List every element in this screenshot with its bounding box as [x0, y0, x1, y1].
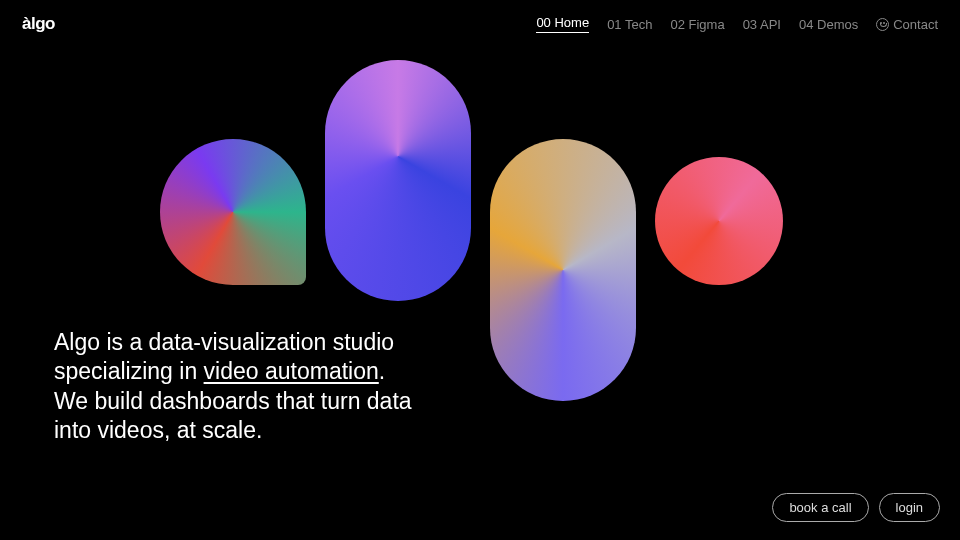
nav-figma[interactable]: 02 Figma — [670, 17, 724, 32]
nav-api[interactable]: 03 API — [743, 17, 781, 32]
tagline-line1: Algo is a data-visualization studio — [54, 329, 394, 355]
hero-shape-4 — [655, 157, 783, 285]
tagline-underlined[interactable]: video automation — [204, 358, 379, 384]
nav-tech[interactable]: 01 Tech — [607, 17, 652, 32]
logo[interactable]: àlgo — [22, 14, 55, 34]
login-button[interactable]: login — [879, 493, 940, 522]
tagline-line2-pre: specializing in — [54, 358, 204, 384]
header: àlgo 00 Home 01 Tech 02 Figma 03 API 04 … — [0, 0, 960, 34]
main-nav: 00 Home 01 Tech 02 Figma 03 API 04 Demos… — [536, 15, 938, 33]
hero-shape-1 — [160, 139, 306, 285]
tagline: Algo is a data-visualization studio spec… — [54, 328, 412, 446]
nav-contact-label: Contact — [893, 17, 938, 32]
tagline-line2-post: . — [379, 358, 385, 384]
nav-home[interactable]: 00 Home — [536, 15, 589, 33]
smiley-icon — [876, 18, 889, 31]
nav-contact[interactable]: Contact — [876, 17, 938, 32]
hero-shape-2 — [325, 60, 471, 301]
tagline-line3: We build dashboards that turn data — [54, 388, 412, 414]
book-call-button[interactable]: book a call — [772, 493, 868, 522]
tagline-line4: into videos, at scale. — [54, 417, 262, 443]
hero-shape-3 — [490, 139, 636, 401]
nav-demos[interactable]: 04 Demos — [799, 17, 858, 32]
footer-cta: book a call login — [772, 493, 940, 522]
